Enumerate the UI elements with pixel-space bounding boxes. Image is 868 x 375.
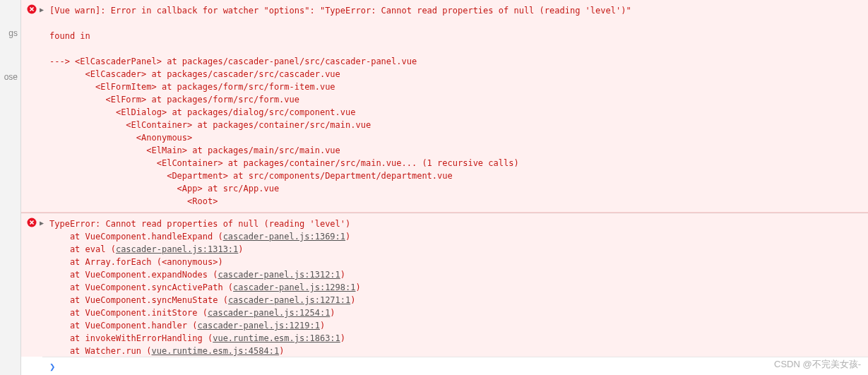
stack-frame-text: at invokeWithErrorHandling ( xyxy=(49,333,213,343)
stack-frame-suffix: ) xyxy=(238,244,243,254)
console-input-row[interactable]: ❯ xyxy=(42,357,868,375)
source-link[interactable]: cascader-panel.js:1298:1 xyxy=(233,282,355,292)
stack-frame: at VueComponent.expandNodes (cascader-pa… xyxy=(49,268,868,281)
console-scroll: ▶ [Vue warn]: Error in callback for watc… xyxy=(21,0,868,357)
stack-frame: at invokeWithErrorHandling (vue.runtime.… xyxy=(49,332,868,345)
stack-frame: at Array.forEach (<anonymous>) xyxy=(49,256,868,268)
source-link[interactable]: vue.runtime.esm.js:1863:1 xyxy=(213,333,340,343)
stack-frame: at VueComponent.handler (cascader-panel.… xyxy=(49,319,868,332)
console-area: ▶ [Vue warn]: Error in callback for watc… xyxy=(21,0,868,375)
sidebar-item[interactable]: ose xyxy=(0,71,20,83)
expand-caret-icon[interactable]: ▶ xyxy=(40,219,44,227)
stack-frame-suffix: ) xyxy=(320,321,325,331)
stack-frame-suffix: ) xyxy=(355,282,360,292)
sidebar-item[interactable]: gs xyxy=(0,27,20,40)
stack-trace: at VueComponent.handleExpand (cascader-p… xyxy=(49,230,868,357)
error-header-text[interactable]: [Vue warn]: Error in callback for watche… xyxy=(49,4,868,17)
stack-frame-suffix: ) xyxy=(345,232,350,242)
stack-frame: at Watcher.run (vue.runtime.esm.js:4584:… xyxy=(49,345,868,357)
stack-frame-text: at eval ( xyxy=(49,244,116,254)
source-link[interactable]: vue.runtime.esm.js:4584:1 xyxy=(152,346,280,356)
stack-frame-text: at VueComponent.syncActivePath ( xyxy=(49,282,233,292)
stack-frame: at VueComponent.syncMenuState (cascader-… xyxy=(49,294,868,306)
stack-frame-text: at VueComponent.handler ( xyxy=(49,321,198,331)
component-tree: ---> <ElCascaderPanel> at packages/casca… xyxy=(49,55,868,208)
stack-frame-text: at VueComponent.handleExpand ( xyxy=(49,232,223,242)
console-error-message: ▶ [Vue warn]: Error in callback for watc… xyxy=(21,0,868,213)
error-header-text[interactable]: TypeError: Cannot read properties of nul… xyxy=(49,218,868,230)
stack-frame: at VueComponent.handleExpand (cascader-p… xyxy=(49,230,868,243)
source-link[interactable]: cascader-panel.js:1312:1 xyxy=(218,270,340,280)
prompt-icon: ❯ xyxy=(49,361,55,372)
stack-frame-text: at Watcher.run ( xyxy=(49,346,152,356)
devtools-left-panel: gs ose xyxy=(0,0,21,375)
source-link[interactable]: cascader-panel.js:1254:1 xyxy=(208,308,330,318)
source-link[interactable]: cascader-panel.js:1219:1 xyxy=(198,321,320,331)
console-error-message: ▶ TypeError: Cannot read properties of n… xyxy=(21,213,868,357)
stack-frame-suffix: ) xyxy=(330,308,335,318)
stack-frame-suffix: ) xyxy=(340,270,345,280)
error-icon xyxy=(27,218,37,227)
source-link[interactable]: cascader-panel.js:1369:1 xyxy=(223,232,345,242)
stack-frame-text: at VueComponent.expandNodes ( xyxy=(49,270,218,280)
stack-frame-text: at VueComponent.syncMenuState ( xyxy=(49,295,228,305)
stack-frame-suffix: ) xyxy=(279,346,284,356)
error-found-in-text: found in xyxy=(49,30,868,42)
stack-frame-text: at Array.forEach (<anonymous>) xyxy=(49,257,223,267)
stack-frame: at eval (cascader-panel.js:1313:1) xyxy=(49,243,868,256)
stack-frame-suffix: ) xyxy=(350,295,355,305)
stack-frame: at VueComponent.syncActivePath (cascader… xyxy=(49,281,868,294)
source-link[interactable]: cascader-panel.js:1313:1 xyxy=(116,244,238,254)
stack-frame-suffix: ) xyxy=(340,333,345,343)
expand-caret-icon[interactable]: ▶ xyxy=(40,6,44,13)
source-link[interactable]: cascader-panel.js:1271:1 xyxy=(228,295,350,305)
stack-frame-text: at VueComponent.initStore ( xyxy=(49,308,208,318)
error-icon xyxy=(27,4,37,14)
stack-frame: at VueComponent.initStore (cascader-pane… xyxy=(49,306,868,319)
